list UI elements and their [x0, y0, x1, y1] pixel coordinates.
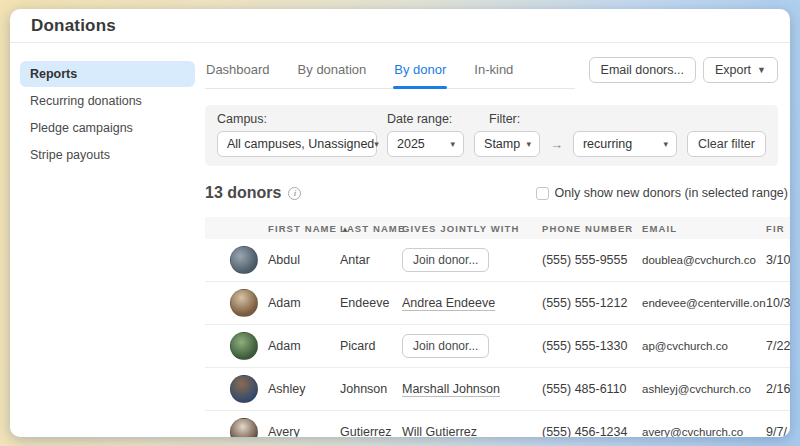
filter-field-select[interactable]: Stamp ▾ [474, 131, 540, 157]
sidebar: Reports Recurring donations Pledge campa… [10, 43, 205, 436]
only-new-donors-label: Only show new donors (in selected range) [555, 186, 788, 200]
avatar [230, 418, 258, 437]
cell-email: avery@cvchurch.co [642, 426, 766, 437]
filter-term-select[interactable]: recurring ▾ [573, 131, 677, 157]
cell-last-name: Gutierrez [340, 425, 402, 437]
cell-last-name: Johnson [340, 382, 402, 396]
avatar [230, 332, 258, 360]
first-name-header-label: FIRST NAME [268, 223, 337, 234]
filter-labels: Campus: Date range: Filter: [217, 112, 766, 126]
clear-filter-label: Clear filter [698, 137, 755, 151]
cell-last-name: Endeeve [340, 296, 402, 310]
first-donation-header[interactable]: FIR [766, 223, 790, 234]
avatar [230, 375, 258, 403]
first-name-header[interactable]: FIRST NAME▲ [268, 223, 340, 234]
tab-by-donor[interactable]: By donor [393, 58, 447, 88]
table-header-row: FIRST NAME▲ LAST NAME GIVES JOINTLY WITH… [205, 217, 790, 239]
cell-first-donation: 10/3 [766, 296, 790, 310]
donors-count-label: 13 donors [205, 184, 281, 202]
tab-in-kind[interactable]: In-kind [473, 58, 514, 88]
caret-down-icon: ▾ [526, 140, 531, 149]
cell-phone: (555) 456-1234 [542, 425, 642, 437]
cell-first-donation: 7/22 [766, 339, 790, 353]
joint-donor-link[interactable]: Andrea Endeeve [402, 296, 495, 311]
window-header: Donations [10, 9, 790, 43]
donations-window: Donations Reports Recurring donations Pl… [10, 9, 790, 437]
join-donor-button[interactable]: Join donor... [402, 334, 489, 358]
caret-down-icon: ▼ [757, 66, 766, 75]
cell-last-name: Antar [340, 253, 402, 267]
cell-phone: (555) 555-1330 [542, 339, 642, 353]
table-row[interactable]: Ashley Johnson Marshall Johnson (555) 48… [205, 368, 790, 411]
tab-bar: Dashboard By donation By donor In-kind [205, 58, 575, 89]
join-donor-button[interactable]: Join donor... [402, 248, 489, 272]
donors-summary-row: 13 donors i Only show new donors (in sel… [205, 184, 788, 202]
avatar [230, 246, 258, 274]
sidebar-item-stripe-payouts[interactable]: Stripe payouts [20, 142, 195, 168]
sidebar-item-reports[interactable]: Reports [20, 61, 195, 87]
donors-count: 13 donors i [205, 184, 301, 202]
cell-email: ashleyj@cvchurch.co [642, 383, 766, 395]
cell-first-donation: 9/7/ [766, 425, 790, 437]
date-range-select[interactable]: 2025 ▾ [387, 131, 464, 157]
donors-table: FIRST NAME▲ LAST NAME GIVES JOINTLY WITH… [205, 217, 790, 437]
campus-value: All campuses, Unassigned [227, 137, 374, 151]
email-donors-label: Email donors... [601, 63, 684, 77]
new-donors-filter: Only show new donors (in selected range) [536, 186, 788, 200]
campus-select[interactable]: All campuses, Unassigned ▾ [217, 131, 377, 157]
export-button[interactable]: Export ▼ [703, 57, 778, 83]
arrow-right-icon: → [550, 137, 563, 152]
gives-jointly-with-header[interactable]: GIVES JOINTLY WITH [402, 223, 542, 234]
clear-filter-button[interactable]: Clear filter [687, 131, 766, 157]
avatar [230, 289, 258, 317]
caret-down-icon: ▾ [374, 140, 379, 149]
info-icon[interactable]: i [288, 187, 301, 200]
table-row[interactable]: Avery Gutierrez Will Gutierrez (555) 456… [205, 411, 790, 437]
tabs-row: Dashboard By donation By donor In-kind E… [205, 57, 778, 89]
sidebar-item-recurring-donations[interactable]: Recurring donations [20, 88, 195, 114]
table-row[interactable]: Adam Picard Join donor... (555) 555-1330… [205, 325, 790, 368]
header-actions: Email donors... Export ▼ [589, 57, 778, 89]
cell-phone: (555) 485-6110 [542, 382, 642, 396]
cell-first-name: Abdul [268, 253, 340, 267]
cell-first-name: Adam [268, 339, 340, 353]
cell-first-name: Ashley [268, 382, 340, 396]
last-name-header[interactable]: LAST NAME [340, 223, 402, 234]
date-range-label: Date range: [387, 112, 489, 126]
page-title: Donations [31, 16, 116, 36]
cell-email: doublea@cvchurch.co [642, 254, 766, 266]
phone-number-header[interactable]: PHONE NUMBER [542, 223, 642, 234]
cell-first-donation: 3/10 [766, 253, 790, 267]
caret-down-icon: ▾ [664, 140, 669, 149]
cell-email: endevee@centerville.online [642, 297, 766, 309]
date-range-value: 2025 [397, 137, 425, 151]
sidebar-item-pledge-campaigns[interactable]: Pledge campaigns [20, 115, 195, 141]
main-content: Dashboard By donation By donor In-kind E… [205, 43, 790, 436]
email-header[interactable]: EMAIL [642, 223, 766, 234]
table-row[interactable]: Abdul Antar Join donor... (555) 555-9555… [205, 239, 790, 282]
only-new-donors-checkbox[interactable] [536, 187, 549, 200]
filter-panel: Campus: Date range: Filter: All campuses… [205, 105, 778, 166]
tab-by-donation[interactable]: By donation [297, 58, 368, 88]
filter-term-value: recurring [583, 137, 632, 151]
joint-donor-link[interactable]: Will Gutierrez [402, 425, 477, 437]
cell-first-name: Adam [268, 296, 340, 310]
cell-last-name: Picard [340, 339, 402, 353]
campus-label: Campus: [217, 112, 387, 126]
cell-phone: (555) 555-9555 [542, 253, 642, 267]
tab-dashboard[interactable]: Dashboard [205, 58, 271, 88]
email-donors-button[interactable]: Email donors... [589, 57, 696, 83]
export-label: Export [715, 63, 751, 77]
filter-controls: All campuses, Unassigned ▾ 2025 ▾ Stamp … [217, 131, 766, 157]
cell-first-donation: 2/16 [766, 382, 790, 396]
cell-first-name: Avery [268, 425, 340, 437]
filter-label: Filter: [489, 112, 520, 126]
table-row[interactable]: Adam Endeeve Andrea Endeeve (555) 555-12… [205, 282, 790, 325]
caret-down-icon: ▾ [451, 140, 456, 149]
cell-email: ap@cvchurch.co [642, 340, 766, 352]
filter-field-value: Stamp [484, 137, 520, 151]
joint-donor-link[interactable]: Marshall Johnson [402, 382, 500, 397]
cell-phone: (555) 555-1212 [542, 296, 642, 310]
